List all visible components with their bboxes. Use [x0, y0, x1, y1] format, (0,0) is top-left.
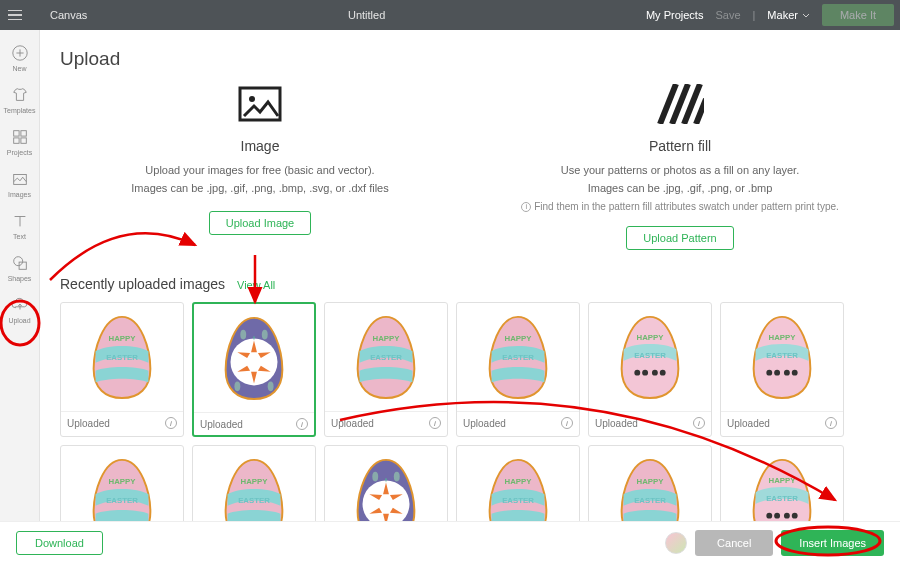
thumbnail	[721, 303, 843, 411]
recent-image-card[interactable]: Uploadedi	[192, 302, 316, 437]
recent-image-card[interactable]: Uploadedi	[720, 302, 844, 437]
sidebar-item-label: Images	[8, 191, 31, 198]
thumbnail	[457, 303, 579, 411]
thumbnail	[589, 303, 711, 411]
main-panel: Upload Image Upload your images for free…	[40, 30, 900, 521]
thumbnail	[325, 303, 447, 411]
sidebar-item-text[interactable]: Text	[0, 206, 39, 248]
my-projects-link[interactable]: My Projects	[646, 9, 703, 21]
thumbnail	[589, 446, 711, 521]
image-desc2: Images can be .jpg, .gif, .png, .bmp, .s…	[131, 180, 388, 198]
pattern-hint: i Find them in the pattern fill attribut…	[521, 201, 839, 212]
recent-image-card[interactable]: Uploadedi	[588, 302, 712, 437]
svg-rect-1	[13, 131, 18, 136]
recent-heading: Recently uploaded images	[60, 276, 225, 292]
svg-rect-4	[20, 138, 25, 143]
info-icon[interactable]: i	[165, 417, 177, 429]
sidebar-item-upload[interactable]: Upload	[0, 290, 39, 332]
images-icon	[11, 170, 29, 188]
bottom-bar: Download Cancel Insert Images	[0, 521, 900, 563]
sidebar-item-label: New	[12, 65, 26, 72]
cancel-button[interactable]: Cancel	[695, 530, 773, 556]
view-all-link[interactable]: View All	[237, 279, 275, 291]
doc-title[interactable]: Untitled	[87, 9, 646, 21]
status-label: Uploaded	[331, 418, 374, 429]
text-icon	[11, 212, 29, 230]
pattern-desc2: Images can be .jpg, .gif, .png, or .bmp	[588, 180, 773, 198]
upload-cloud-icon	[11, 296, 29, 314]
thumbnail	[457, 446, 579, 521]
grid-icon	[11, 128, 29, 146]
upload-image-button[interactable]: Upload Image	[209, 211, 312, 235]
thumbnail	[194, 304, 314, 412]
recent-image-card[interactable]: Uploadedi	[60, 302, 184, 437]
sidebar-item-images[interactable]: Images	[0, 164, 39, 206]
pattern-hint-text: Find them in the pattern fill attributes…	[534, 201, 839, 212]
sidebar-item-projects[interactable]: Projects	[0, 122, 39, 164]
thumbnail	[193, 446, 315, 521]
thumbnail	[61, 303, 183, 411]
info-icon[interactable]: i	[429, 417, 441, 429]
shapes-icon	[11, 254, 29, 272]
status-label: Uploaded	[727, 418, 770, 429]
page-title: Upload	[40, 30, 900, 84]
svg-rect-2	[20, 131, 25, 136]
save-button: Save	[715, 9, 740, 21]
recent-image-card[interactable]: Uploadedi	[60, 445, 184, 521]
tshirt-icon	[11, 86, 29, 104]
sidebar-item-label: Upload	[8, 317, 30, 324]
info-circle-icon: i	[521, 202, 531, 212]
avatar[interactable]	[665, 532, 687, 554]
sidebar-item-templates[interactable]: Templates	[0, 80, 39, 122]
sidebar-item-shapes[interactable]: Shapes	[0, 248, 39, 290]
recent-image-card[interactable]: Uploadedi	[324, 445, 448, 521]
sidebar-item-new[interactable]: New	[0, 38, 39, 80]
machine-name: Maker	[767, 9, 798, 21]
upload-pattern-button[interactable]: Upload Pattern	[626, 226, 733, 250]
status-label: Uploaded	[200, 419, 243, 430]
sidebar-item-label: Projects	[7, 149, 32, 156]
separator: |	[753, 9, 756, 21]
info-icon[interactable]: i	[825, 417, 837, 429]
recent-image-card[interactable]: Uploadedi	[456, 445, 580, 521]
pattern-fill-section: Pattern fill Use your patterns or photos…	[480, 84, 880, 250]
pattern-desc1: Use your patterns or photos as a fill on…	[561, 162, 799, 180]
pattern-icon	[656, 84, 704, 126]
pattern-heading: Pattern fill	[649, 138, 711, 154]
recent-image-card[interactable]: Uploadedi	[456, 302, 580, 437]
sidebar: New Templates Projects Images Text Shape…	[0, 30, 40, 521]
svg-point-6	[13, 257, 22, 266]
image-icon	[236, 84, 284, 126]
image-heading: Image	[241, 138, 280, 154]
info-icon[interactable]: i	[693, 417, 705, 429]
recent-grid: UploadediUploadediUploadediUploadediUplo…	[40, 302, 900, 521]
topbar: Canvas Untitled My Projects Save | Maker…	[0, 0, 900, 30]
info-icon[interactable]: i	[296, 418, 308, 430]
download-button[interactable]: Download	[16, 531, 103, 555]
plus-circle-icon	[11, 44, 29, 62]
app-section: Canvas	[50, 9, 87, 21]
status-label: Uploaded	[595, 418, 638, 429]
svg-point-14	[776, 527, 880, 555]
sidebar-item-label: Templates	[4, 107, 36, 114]
chevron-down-icon	[802, 13, 810, 18]
image-desc1: Upload your images for free (basic and v…	[145, 162, 374, 180]
svg-line-13	[696, 99, 704, 124]
annotation-circle-icon	[773, 524, 883, 558]
thumbnail	[325, 446, 447, 521]
recent-image-card[interactable]: Uploadedi	[720, 445, 844, 521]
thumbnail	[61, 446, 183, 521]
info-icon[interactable]: i	[561, 417, 573, 429]
image-upload-section: Image Upload your images for free (basic…	[60, 84, 460, 250]
recent-image-card[interactable]: Uploadedi	[324, 302, 448, 437]
sidebar-item-label: Text	[13, 233, 26, 240]
menu-icon[interactable]	[8, 10, 22, 21]
status-label: Uploaded	[463, 418, 506, 429]
svg-point-9	[249, 96, 255, 102]
status-label: Uploaded	[67, 418, 110, 429]
machine-select[interactable]: Maker	[767, 9, 810, 21]
make-it-button: Make It	[822, 4, 894, 26]
recent-image-card[interactable]: Uploadedi	[192, 445, 316, 521]
thumbnail	[721, 446, 843, 521]
recent-image-card[interactable]: Uploadedi	[588, 445, 712, 521]
